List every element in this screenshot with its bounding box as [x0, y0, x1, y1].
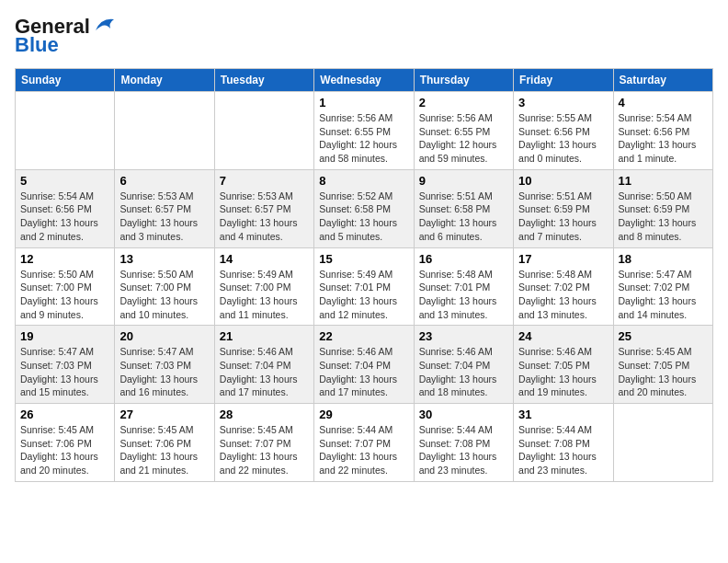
day-info: Sunrise: 5:50 AM Sunset: 7:00 PM Dayligh…	[20, 268, 109, 322]
day-number: 12	[20, 252, 109, 266]
day-number: 6	[119, 174, 209, 188]
day-number: 25	[619, 329, 708, 343]
day-number: 22	[319, 329, 408, 343]
calendar-cell: 22Sunrise: 5:46 AM Sunset: 7:04 PM Dayli…	[314, 326, 414, 404]
day-info: Sunrise: 5:48 AM Sunset: 7:02 PM Dayligh…	[518, 268, 608, 322]
calendar-cell: 23Sunrise: 5:46 AM Sunset: 7:04 PM Dayli…	[414, 326, 513, 404]
day-number: 29	[319, 408, 408, 421]
day-info: Sunrise: 5:54 AM Sunset: 6:56 PM Dayligh…	[619, 111, 708, 166]
calendar-cell: 2Sunrise: 5:56 AM Sunset: 6:55 PM Daylig…	[414, 92, 513, 170]
calendar-cell: 14Sunrise: 5:49 AM Sunset: 7:00 PM Dayli…	[214, 247, 313, 326]
calendar-cell: 15Sunrise: 5:49 AM Sunset: 7:01 PM Dayli…	[314, 247, 414, 326]
calendar-cell	[214, 92, 313, 170]
day-number: 10	[518, 174, 608, 188]
day-number: 30	[419, 408, 508, 421]
day-info: Sunrise: 5:44 AM Sunset: 7:07 PM Dayligh…	[319, 423, 408, 477]
logo-blue: Blue	[15, 33, 59, 57]
calendar-cell: 25Sunrise: 5:45 AM Sunset: 7:05 PM Dayli…	[613, 326, 712, 404]
calendar-cell	[16, 92, 115, 170]
day-info: Sunrise: 5:54 AM Sunset: 6:56 PM Dayligh…	[20, 190, 109, 244]
calendar-cell: 29Sunrise: 5:44 AM Sunset: 7:07 PM Dayli…	[314, 404, 414, 482]
calendar-cell: 9Sunrise: 5:51 AM Sunset: 6:58 PM Daylig…	[414, 169, 513, 247]
day-info: Sunrise: 5:48 AM Sunset: 7:01 PM Dayligh…	[419, 268, 508, 322]
day-info: Sunrise: 5:45 AM Sunset: 7:07 PM Dayligh…	[220, 423, 309, 477]
day-info: Sunrise: 5:46 AM Sunset: 7:04 PM Dayligh…	[319, 345, 408, 399]
day-info: Sunrise: 5:47 AM Sunset: 7:03 PM Dayligh…	[20, 345, 109, 399]
calendar-week-row: 19Sunrise: 5:47 AM Sunset: 7:03 PM Dayli…	[16, 326, 713, 404]
day-info: Sunrise: 5:44 AM Sunset: 7:08 PM Dayligh…	[518, 423, 608, 477]
calendar-week-row: 26Sunrise: 5:45 AM Sunset: 7:06 PM Dayli…	[16, 404, 713, 482]
day-info: Sunrise: 5:49 AM Sunset: 7:00 PM Dayligh…	[220, 268, 309, 322]
calendar-cell: 3Sunrise: 5:55 AM Sunset: 6:56 PM Daylig…	[514, 92, 613, 170]
calendar-cell: 19Sunrise: 5:47 AM Sunset: 7:03 PM Dayli…	[16, 326, 115, 404]
weekday-header-thursday: Thursday	[414, 69, 513, 92]
calendar-cell: 31Sunrise: 5:44 AM Sunset: 7:08 PM Dayli…	[514, 404, 613, 482]
day-number: 28	[220, 408, 309, 421]
day-number: 8	[319, 174, 408, 188]
day-number: 27	[119, 408, 209, 421]
day-number: 1	[319, 96, 408, 109]
day-number: 16	[419, 252, 508, 266]
day-number: 15	[319, 252, 408, 266]
calendar-cell: 28Sunrise: 5:45 AM Sunset: 7:07 PM Dayli…	[214, 404, 313, 482]
calendar-cell: 30Sunrise: 5:44 AM Sunset: 7:08 PM Dayli…	[414, 404, 513, 482]
day-number: 5	[20, 174, 109, 188]
calendar-week-row: 5Sunrise: 5:54 AM Sunset: 6:56 PM Daylig…	[16, 169, 713, 247]
day-number: 23	[419, 329, 508, 343]
calendar-cell: 1Sunrise: 5:56 AM Sunset: 6:55 PM Daylig…	[314, 92, 414, 170]
day-number: 11	[619, 174, 708, 188]
calendar-week-row: 12Sunrise: 5:50 AM Sunset: 7:00 PM Dayli…	[16, 247, 713, 326]
day-number: 19	[20, 329, 109, 343]
day-number: 9	[419, 174, 508, 188]
logo-bird-icon	[92, 16, 118, 34]
day-number: 17	[518, 252, 608, 266]
day-number: 3	[518, 96, 608, 109]
calendar-cell: 17Sunrise: 5:48 AM Sunset: 7:02 PM Dayli…	[514, 247, 613, 326]
weekday-header-wednesday: Wednesday	[314, 69, 414, 92]
day-number: 14	[220, 252, 309, 266]
day-info: Sunrise: 5:46 AM Sunset: 7:05 PM Dayligh…	[518, 345, 608, 399]
day-number: 2	[419, 96, 508, 109]
calendar-cell: 21Sunrise: 5:46 AM Sunset: 7:04 PM Dayli…	[214, 326, 313, 404]
weekday-header-monday: Monday	[115, 69, 214, 92]
day-info: Sunrise: 5:45 AM Sunset: 7:05 PM Dayligh…	[619, 345, 708, 399]
weekday-header-friday: Friday	[514, 69, 613, 92]
calendar-cell: 20Sunrise: 5:47 AM Sunset: 7:03 PM Dayli…	[115, 326, 214, 404]
weekday-header-tuesday: Tuesday	[214, 69, 313, 92]
day-number: 31	[518, 408, 608, 421]
day-number: 21	[220, 329, 309, 343]
calendar-cell: 6Sunrise: 5:53 AM Sunset: 6:57 PM Daylig…	[115, 169, 214, 247]
weekday-header-saturday: Saturday	[613, 69, 712, 92]
calendar-cell: 16Sunrise: 5:48 AM Sunset: 7:01 PM Dayli…	[414, 247, 513, 326]
calendar-cell	[613, 404, 712, 482]
day-info: Sunrise: 5:51 AM Sunset: 6:59 PM Dayligh…	[518, 190, 608, 244]
calendar-cell: 12Sunrise: 5:50 AM Sunset: 7:00 PM Dayli…	[16, 247, 115, 326]
calendar-cell: 18Sunrise: 5:47 AM Sunset: 7:02 PM Dayli…	[613, 247, 712, 326]
day-info: Sunrise: 5:53 AM Sunset: 6:57 PM Dayligh…	[220, 190, 309, 244]
day-number: 13	[119, 252, 209, 266]
calendar-cell: 13Sunrise: 5:50 AM Sunset: 7:00 PM Dayli…	[115, 247, 214, 326]
weekday-header-sunday: Sunday	[16, 69, 115, 92]
day-number: 26	[20, 408, 109, 421]
day-info: Sunrise: 5:56 AM Sunset: 6:55 PM Dayligh…	[419, 111, 508, 166]
day-info: Sunrise: 5:50 AM Sunset: 7:00 PM Dayligh…	[119, 268, 209, 322]
logo: General Blue	[15, 15, 118, 57]
day-info: Sunrise: 5:45 AM Sunset: 7:06 PM Dayligh…	[20, 423, 109, 477]
calendar-cell: 8Sunrise: 5:52 AM Sunset: 6:58 PM Daylig…	[314, 169, 414, 247]
calendar-cell: 10Sunrise: 5:51 AM Sunset: 6:59 PM Dayli…	[514, 169, 613, 247]
calendar-week-row: 1Sunrise: 5:56 AM Sunset: 6:55 PM Daylig…	[16, 92, 713, 170]
calendar-cell: 7Sunrise: 5:53 AM Sunset: 6:57 PM Daylig…	[214, 169, 313, 247]
day-info: Sunrise: 5:46 AM Sunset: 7:04 PM Dayligh…	[220, 345, 309, 399]
day-info: Sunrise: 5:50 AM Sunset: 6:59 PM Dayligh…	[619, 190, 708, 244]
day-number: 24	[518, 329, 608, 343]
calendar-cell: 26Sunrise: 5:45 AM Sunset: 7:06 PM Dayli…	[16, 404, 115, 482]
day-number: 4	[619, 96, 708, 109]
calendar-table: SundayMondayTuesdayWednesdayThursdayFrid…	[15, 68, 713, 482]
day-info: Sunrise: 5:44 AM Sunset: 7:08 PM Dayligh…	[419, 423, 508, 477]
day-info: Sunrise: 5:55 AM Sunset: 6:56 PM Dayligh…	[518, 111, 608, 166]
calendar-cell: 11Sunrise: 5:50 AM Sunset: 6:59 PM Dayli…	[613, 169, 712, 247]
calendar-cell: 24Sunrise: 5:46 AM Sunset: 7:05 PM Dayli…	[514, 326, 613, 404]
day-number: 20	[119, 329, 209, 343]
day-info: Sunrise: 5:53 AM Sunset: 6:57 PM Dayligh…	[119, 190, 209, 244]
day-info: Sunrise: 5:45 AM Sunset: 7:06 PM Dayligh…	[119, 423, 209, 477]
